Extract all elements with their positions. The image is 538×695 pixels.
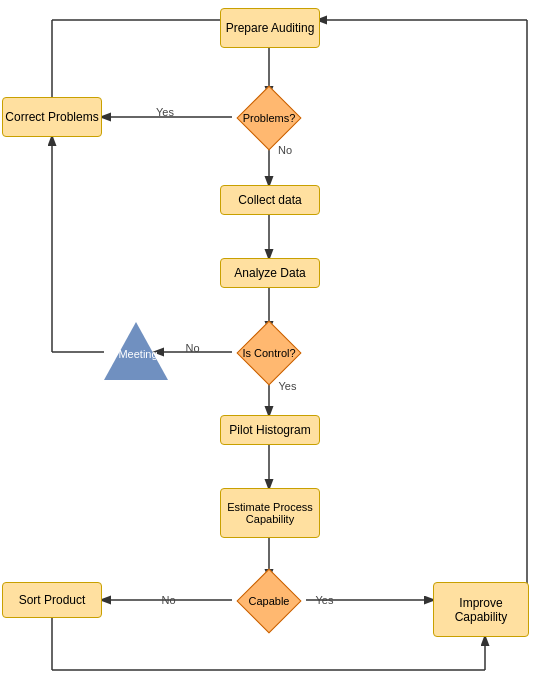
pilot-histogram-label: Pilot Histogram (229, 423, 310, 437)
capable-label: Capable (234, 578, 304, 624)
meeting-label: Meeting (108, 348, 168, 360)
pilot-histogram-node: Pilot Histogram (220, 415, 320, 445)
improve-capability-label: Improve Capability (434, 596, 528, 624)
no1-label: No (275, 142, 295, 158)
problems-label: Problems? (234, 95, 304, 141)
is-control-label: Is Control? (232, 330, 306, 376)
collect-data-node: Collect data (220, 185, 320, 215)
sort-product-node: Sort Product (2, 582, 102, 618)
improve-capability-node: Improve Capability (433, 582, 529, 637)
analyze-data-node: Analyze Data (220, 258, 320, 288)
correct-problems-node: Correct Problems (2, 97, 102, 137)
no3-label: No (156, 592, 181, 608)
prepare-auditing-node: Prepare Auditing (220, 8, 320, 48)
correct-problems-label: Correct Problems (5, 110, 98, 124)
yes1-label: Yes (150, 104, 180, 120)
collect-data-label: Collect data (238, 193, 301, 207)
prepare-auditing-label: Prepare Auditing (226, 21, 315, 35)
yes2-label: Yes (275, 378, 300, 394)
analyze-data-label: Analyze Data (234, 266, 305, 280)
no2-label: No (180, 340, 205, 356)
yes3-label: Yes (312, 592, 337, 608)
estimate-process-node: Estimate Process Capability (220, 488, 320, 538)
sort-product-label: Sort Product (19, 593, 86, 607)
estimate-process-label: Estimate Process Capability (221, 501, 319, 525)
